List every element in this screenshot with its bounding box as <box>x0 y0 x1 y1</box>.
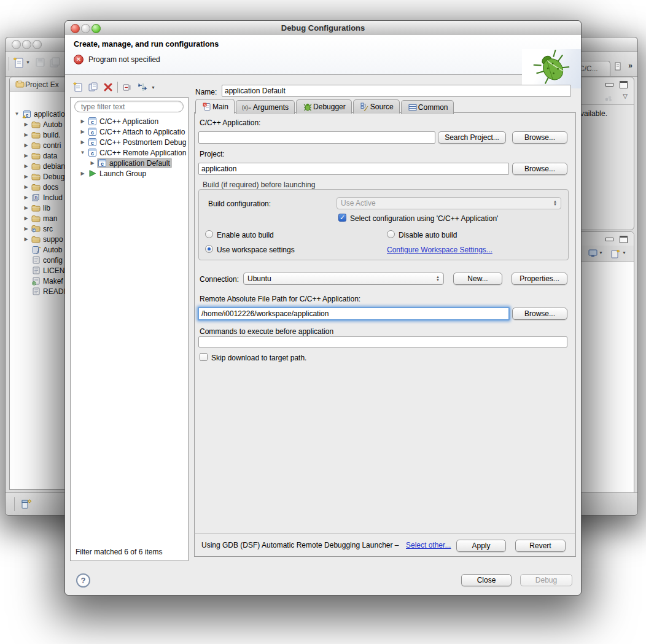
select-other-launcher-link[interactable]: Select other... <box>406 541 451 549</box>
tab-bar: Main(x)=ArgumentsDebuggerSourceCommon <box>195 99 455 114</box>
debug-button[interactable]: Debug <box>520 574 572 586</box>
fast-view-icon[interactable] <box>20 498 33 510</box>
minimize-dialog-button <box>81 24 90 33</box>
collapsed-twistie-icon[interactable]: ▶ <box>21 163 31 169</box>
minimize-window-button[interactable] <box>22 40 31 49</box>
source-tab-icon <box>359 103 370 111</box>
collapsed-twistie-icon[interactable]: ▶ <box>21 142 31 148</box>
dialog-header: Create, manage, and run configurations ✕… <box>65 35 581 75</box>
tab-debugger[interactable]: Debugger <box>296 99 352 114</box>
tree-item-label: src <box>41 225 55 233</box>
collapsed-twistie-icon[interactable]: ▶ <box>78 139 87 145</box>
dialog-title: Debug Configurations <box>281 23 365 33</box>
collapsed-twistie-icon[interactable]: ▶ <box>21 215 31 221</box>
close-window-button[interactable] <box>12 40 21 49</box>
display-console-arrow[interactable]: ▼ <box>599 250 603 255</box>
svg-text:C: C <box>33 228 35 232</box>
minimize-console-icon[interactable] <box>605 238 613 241</box>
tree-item-label: Debug <box>41 173 66 181</box>
name-input[interactable] <box>222 85 571 97</box>
tab-main[interactable]: Main <box>195 99 235 114</box>
collapsed-twistie-icon[interactable]: ▶ <box>21 174 31 179</box>
zoom-dialog-button[interactable] <box>91 24 101 33</box>
c-launch-icon: c <box>87 128 98 136</box>
tab-label: Debugger <box>313 103 346 111</box>
debug-configurations-dialog: Debug Configurations Create, manage, and… <box>64 20 582 596</box>
folder-icon <box>31 215 41 222</box>
collapse-all-icon[interactable] <box>122 82 132 92</box>
tree-item-label: lib <box>41 204 52 212</box>
tab-source[interactable]: Source <box>353 99 400 114</box>
new-wizard-dropdown-arrow[interactable]: ▼ <box>26 60 30 64</box>
collapsed-twistie-icon[interactable]: ▶ <box>78 118 87 124</box>
tree-item-label: C/C++ Application <box>98 117 160 126</box>
collapsed-twistie-icon[interactable]: ▶ <box>21 122 31 127</box>
folder-icon <box>31 163 41 170</box>
zoom-window-button[interactable] <box>33 40 42 49</box>
help-button[interactable]: ? <box>76 573 90 588</box>
close-button[interactable]: Close <box>461 574 512 586</box>
svg-text:c: c <box>91 130 94 136</box>
collapsed-twistie-icon[interactable]: ▶ <box>21 153 31 158</box>
duplicate-configuration-icon[interactable] <box>88 82 99 93</box>
config-tree-item-application-default[interactable]: ▶capplication Default <box>71 158 188 168</box>
configurations-sidebar: ▶cC/C++ Application▶cC/C++ Attach to App… <box>70 97 189 561</box>
editor-list-icon[interactable] <box>615 62 621 71</box>
tree-item-label: config <box>41 256 64 265</box>
config-tree-item-c-c-application[interactable]: ▶cC/C++ Application <box>71 116 188 126</box>
chevron-more-icon[interactable]: » <box>628 61 632 70</box>
filter-dropdown-arrow[interactable]: ▼ <box>151 85 155 90</box>
svg-text:c: c <box>26 112 29 118</box>
svg-text:c: c <box>91 140 94 146</box>
collapsed-twistie-icon[interactable]: ▶ <box>21 195 31 200</box>
tree-item-label: build. <box>41 131 63 139</box>
open-console-arrow[interactable]: ▼ <box>622 250 626 255</box>
makefile-icon <box>31 277 41 285</box>
config-tree-item-launch-group[interactable]: ▶Launch Group <box>71 168 188 179</box>
c-launch-icon: c <box>87 117 98 125</box>
revert-button[interactable]: Revert <box>515 540 566 552</box>
config-tree-item-c-c-postmortem-debug[interactable]: ▶cC/C++ Postmortem Debug <box>71 137 188 147</box>
dialog-titlebar[interactable]: Debug Configurations <box>65 21 581 36</box>
delete-configuration-icon[interactable] <box>103 82 113 92</box>
apply-button[interactable]: Apply <box>456 540 506 552</box>
folder-icon <box>31 173 41 180</box>
collapsed-twistie-icon[interactable]: ▶ <box>21 205 31 211</box>
tree-item-label: debian <box>41 162 67 171</box>
tab-label: Source <box>370 103 394 111</box>
tab-arguments[interactable]: (x)=Arguments <box>236 100 295 114</box>
open-console-icon[interactable] <box>610 249 620 258</box>
close-dialog-button[interactable] <box>71 24 80 33</box>
minimize-view-icon[interactable] <box>605 83 613 87</box>
tree-item-label: contri <box>41 141 63 150</box>
header-title: Create, manage, and run configurations <box>74 40 219 48</box>
collapsed-twistie-icon[interactable]: ▶ <box>78 129 87 134</box>
view-menu-arrow-icon[interactable]: ▽ <box>623 93 628 99</box>
expanded-twistie-icon[interactable]: ▼ <box>12 111 21 117</box>
expanded-twistie-icon[interactable]: ▼ <box>78 150 87 155</box>
collapsed-twistie-icon[interactable]: ▶ <box>21 132 31 138</box>
collapsed-twistie-icon[interactable]: ▶ <box>78 171 87 176</box>
folder-icon <box>31 142 41 149</box>
tree-item-label: data <box>41 152 59 160</box>
config-tree-item-c-c-remote-application[interactable]: ▼cC/C++ Remote Application <box>71 147 188 158</box>
collapsed-twistie-icon[interactable]: ▶ <box>21 184 31 190</box>
debugger-tab-icon <box>302 103 313 111</box>
collapsed-twistie-icon[interactable]: ▶ <box>21 236 31 242</box>
config-tree-item-c-c-attach-to-applicatio[interactable]: ▶cC/C++ Attach to Applicatio <box>71 126 188 137</box>
svg-text:(x)=: (x)= <box>242 104 251 111</box>
maximize-console-icon[interactable] <box>620 236 628 243</box>
tree-item-label: Includ <box>41 193 64 202</box>
display-console-icon[interactable] <box>588 249 598 258</box>
filter-input[interactable] <box>74 101 184 112</box>
new-wizard-icon[interactable] <box>13 56 25 69</box>
collapsed-twistie-icon[interactable]: ▶ <box>21 226 31 231</box>
collapsed-twistie-icon[interactable]: ▶ <box>88 160 97 166</box>
tab-common[interactable]: Common <box>401 100 454 114</box>
save-icon <box>35 57 45 68</box>
filter-configurations-icon[interactable] <box>136 82 149 92</box>
main-tab-panel <box>194 112 576 557</box>
new-configuration-icon[interactable] <box>72 82 84 93</box>
view-menu-dots-icon[interactable] <box>604 93 613 104</box>
maximize-view-icon[interactable] <box>620 81 628 88</box>
